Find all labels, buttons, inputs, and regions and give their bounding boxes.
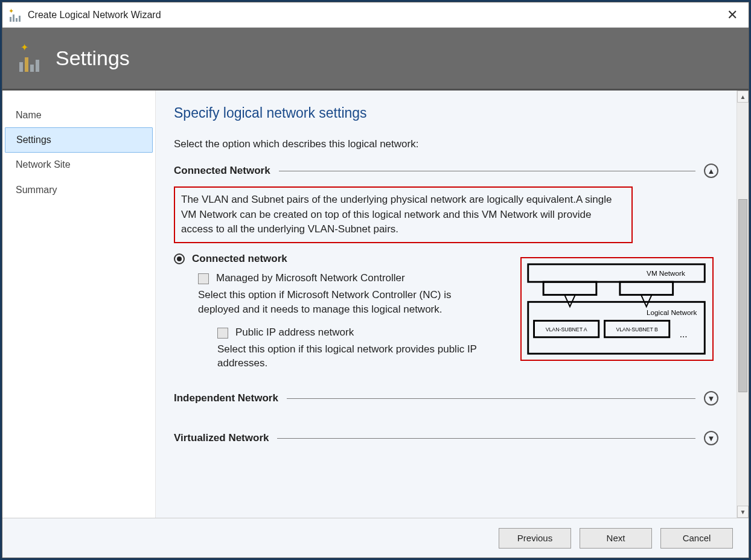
managed-by-nc-checkbox[interactable] — [198, 273, 209, 284]
footer: Previous Next Cancel — [2, 518, 749, 558]
svg-rect-2 — [543, 282, 596, 294]
vertical-scrollbar[interactable]: ▲ ▼ — [737, 91, 749, 518]
wizard-icon: ✦ — [8, 8, 22, 22]
svg-rect-3 — [620, 282, 673, 294]
wizard-window: ✦ Create Logical Network Wizard ✕ ✦ Sett… — [2, 2, 749, 558]
window-title: Create Logical Network Wizard — [28, 10, 722, 21]
titlebar: ✦ Create Logical Network Wizard ✕ — [2, 2, 749, 28]
managed-by-nc-label: Managed by Microsoft Network Controller — [216, 272, 405, 284]
expand-independent-icon[interactable]: ▼ — [704, 391, 718, 406]
svg-marker-4 — [564, 295, 575, 307]
section-connected-title: Connected Network — [174, 165, 270, 177]
sidebar-item-name[interactable]: Name — [2, 103, 155, 128]
expand-virtualized-icon[interactable]: ▼ — [704, 431, 718, 445]
banner: ✦ Settings — [2, 28, 749, 91]
section-virtualized-title: Virtualized Network — [174, 432, 269, 444]
managed-by-nc-desc: Select this option if Microsoft Network … — [198, 288, 482, 317]
sidebar-item-network-site[interactable]: Network Site — [2, 152, 155, 177]
sidebar-item-settings[interactable]: Settings — [5, 127, 153, 153]
scroll-up-icon[interactable]: ▲ — [737, 91, 749, 103]
sidebar: Name Settings Network Site Summary — [2, 91, 156, 518]
scroll-down-icon[interactable]: ▼ — [737, 506, 749, 518]
sidebar-item-summary[interactable]: Summary — [2, 177, 155, 203]
svg-text:Logical Network: Logical Network — [647, 308, 697, 316]
close-icon[interactable]: ✕ — [722, 8, 743, 22]
public-ip-desc: Select this option if this logical netwo… — [217, 342, 477, 371]
banner-title: Settings — [56, 46, 130, 70]
cancel-button[interactable]: Cancel — [660, 528, 733, 549]
previous-button[interactable]: Previous — [499, 528, 571, 549]
page-subheading: Select the option which describes this l… — [174, 138, 718, 150]
network-diagram: VM Network Logical Network VLAN-SUBNET A — [520, 257, 714, 361]
svg-marker-5 — [641, 295, 652, 307]
connected-description: The VLAN and Subnet pairs of the underly… — [174, 186, 633, 243]
banner-icon: ✦ — [19, 45, 46, 72]
public-ip-checkbox[interactable] — [217, 328, 228, 339]
svg-text:...: ... — [680, 329, 688, 339]
collapse-connected-icon[interactable]: ▲ — [704, 164, 718, 178]
svg-text:VLAN-SUBNET A: VLAN-SUBNET A — [546, 326, 587, 332]
connected-network-radio-label: Connected network — [192, 253, 287, 265]
next-button[interactable]: Next — [580, 528, 652, 549]
section-independent-title: Independent Network — [174, 392, 278, 404]
scroll-thumb[interactable] — [738, 199, 747, 392]
main-panel: Specify logical network settings Select … — [156, 91, 737, 518]
public-ip-label: Public IP address network — [235, 326, 354, 339]
page-heading: Specify logical network settings — [174, 105, 718, 121]
svg-text:VM Network: VM Network — [647, 269, 685, 277]
svg-text:VLAN-SUBNET B: VLAN-SUBNET B — [616, 326, 658, 332]
connected-network-radio[interactable] — [174, 253, 185, 264]
